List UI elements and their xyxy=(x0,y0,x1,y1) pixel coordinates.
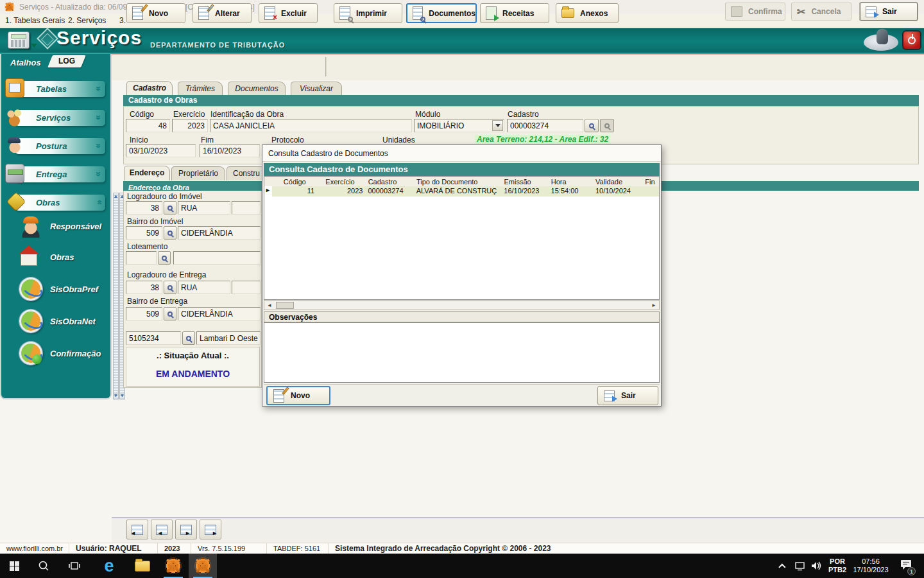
sidebar-item-sisobranet[interactable]: SisObraNet xyxy=(19,308,96,334)
cidade-field[interactable]: Lambari D Oeste xyxy=(196,331,261,345)
logradouro-imovel-field[interactable]: RUA xyxy=(178,201,230,215)
bairro-imovel-field[interactable]: CIDERLÂNDIA xyxy=(178,226,261,240)
language-indicator[interactable]: POR PTB2 xyxy=(826,557,848,574)
sidebar-item-sisobrapref[interactable]: SisObraPref xyxy=(19,276,98,302)
identificacao-field[interactable]: CASA JANICLEIA xyxy=(210,119,412,132)
cidade-num-field[interactable]: 5105234 xyxy=(126,331,181,345)
table-row[interactable]: ► 11 2023 000003274 ALVARÁ DE CONSTRUÇ 1… xyxy=(264,186,659,197)
nav-previous-button[interactable]: ◄ xyxy=(151,520,173,539)
dropdown-triangle-icon[interactable] xyxy=(31,44,37,48)
subtab-endereco[interactable]: Endereço xyxy=(124,166,170,180)
tab-documentos[interactable]: Documentos xyxy=(228,82,286,95)
sidebar-tab-atalhos[interactable]: Atalhos xyxy=(10,58,41,67)
logradouro-imovel-search-button[interactable] xyxy=(164,201,176,215)
volume-tray-icon[interactable] xyxy=(807,554,826,578)
sidebar-tab-log[interactable]: LOG xyxy=(47,55,86,67)
imprimir-button[interactable]: Imprimir xyxy=(334,3,402,23)
sidebar-item-responsavel[interactable]: Responsável xyxy=(19,213,101,239)
novo-button[interactable]: Novo xyxy=(126,3,185,23)
codigo-field[interactable]: 48 xyxy=(126,119,170,132)
tab-cadastro[interactable]: Cadastro xyxy=(126,81,173,95)
search-icon xyxy=(589,123,594,128)
internet-explorer-icon: e xyxy=(104,557,114,574)
scrollbar-thumb[interactable] xyxy=(276,302,294,309)
chevron-up-icon[interactable]: » xyxy=(96,197,101,207)
logradouro-entrega-search-button[interactable] xyxy=(164,281,176,294)
app-taskbar-button-2[interactable] xyxy=(189,554,217,578)
logradouro-entrega-num-field[interactable]: 38 xyxy=(126,281,162,294)
bairro-imovel-num-field[interactable]: 509 xyxy=(126,226,162,240)
dialog-novo-button[interactable]: Novo xyxy=(266,386,330,405)
loteamento-field[interactable] xyxy=(173,251,261,265)
sidebar-group-servicos[interactable]: Serviços » xyxy=(15,110,105,126)
alterar-button[interactable]: Alterar xyxy=(193,3,252,23)
tab-tramites[interactable]: Trâmites xyxy=(178,82,223,95)
chevron-down-icon[interactable] xyxy=(492,120,503,131)
bairro-entrega-search-button[interactable] xyxy=(164,307,176,320)
cadastro-search-button[interactable] xyxy=(585,119,599,132)
cancela-button[interactable]: ✂ Cancela xyxy=(791,3,851,21)
cidade-search-button[interactable] xyxy=(182,331,195,345)
dialog-sair-button[interactable]: Sair xyxy=(597,386,658,405)
logradouro-imovel-extra-field[interactable] xyxy=(232,201,261,215)
file-explorer-button[interactable] xyxy=(128,554,157,578)
fim-label: Fim xyxy=(201,136,214,144)
sidebar-scrollbar[interactable] xyxy=(113,193,119,399)
subtab-proprietario[interactable]: Proprietário xyxy=(171,166,225,180)
sidebar-item-confirmacao[interactable]: Confirmação xyxy=(19,340,101,366)
scroll-left-icon[interactable]: ◄ xyxy=(267,302,272,308)
sidebar-group-postura[interactable]: Postura » xyxy=(15,138,105,154)
sidebar-item-obras[interactable]: Obras xyxy=(19,244,74,270)
bairro-entrega-field[interactable]: CIDERLÂNDIA xyxy=(178,307,261,320)
cadastro-field[interactable]: 000003274 xyxy=(507,119,583,132)
chevron-down-icon[interactable]: » xyxy=(96,141,101,151)
bairro-imovel-search-button[interactable] xyxy=(164,226,176,240)
sidebar-group-obras[interactable]: Obras » xyxy=(15,195,105,211)
observacoes-textarea[interactable] xyxy=(264,322,660,383)
logradouro-entrega-extra-field[interactable] xyxy=(232,281,261,294)
confirma-button[interactable]: Confirma xyxy=(725,3,785,21)
taskbar-search-button[interactable] xyxy=(30,554,58,578)
anexos-button[interactable]: Anexos xyxy=(556,3,619,23)
excluir-button[interactable]: × Excluir xyxy=(259,3,318,23)
nav-last-button[interactable]: ► xyxy=(200,520,221,539)
loteamento-num-field[interactable] xyxy=(126,251,157,265)
horizontal-scrollbar[interactable]: ◄ ► xyxy=(264,300,660,310)
dialog-title-bar[interactable]: Consulta Cadastro de Documentos xyxy=(262,145,661,162)
task-view-button[interactable] xyxy=(60,554,89,578)
cadastro-photo-button[interactable] xyxy=(600,119,614,132)
fim-field[interactable]: 16/10/2023 xyxy=(200,144,260,157)
modulo-select[interactable]: IMOBILIÁRIO xyxy=(414,119,504,132)
inicio-field[interactable]: 03/10/2023 xyxy=(126,144,196,157)
logradouro-imovel-num-field[interactable]: 38 xyxy=(126,201,162,215)
taskbar: e POR PTB2 07:56 17/10/2023 xyxy=(0,554,924,578)
app-taskbar-button-1[interactable] xyxy=(159,554,187,578)
nav-first-button[interactable]: ◄ xyxy=(126,520,148,539)
calculator-icon[interactable] xyxy=(8,31,30,49)
chevron-down-icon[interactable]: » xyxy=(96,83,101,94)
scroll-right-icon[interactable]: ► xyxy=(651,302,656,308)
subtab-construcao[interactable]: Constru xyxy=(227,166,266,180)
grid-icon: ► xyxy=(180,525,192,535)
receitas-button[interactable]: Receitas xyxy=(480,3,549,23)
menu-servicos[interactable]: 2. Serviços xyxy=(68,16,106,25)
documentos-button[interactable]: Documentos xyxy=(406,3,477,23)
clock[interactable]: 07:56 17/10/2023 xyxy=(848,557,893,574)
chevron-down-icon[interactable]: » xyxy=(96,112,101,123)
sair-button[interactable]: Sair xyxy=(860,3,918,21)
chevron-down-icon[interactable]: » xyxy=(96,169,101,179)
notification-center-button[interactable]: 1 xyxy=(893,554,919,578)
app-logo-title: Serviços xyxy=(56,27,142,49)
logradouro-entrega-field[interactable]: RUA xyxy=(178,281,230,294)
start-button[interactable] xyxy=(0,554,28,578)
power-button[interactable] xyxy=(902,30,921,50)
sidebar-group-entrega[interactable]: Entrega » xyxy=(15,166,105,182)
sidebar-group-tabelas[interactable]: Tabelas » xyxy=(15,81,105,97)
menu-tabelas-gerais[interactable]: 1. Tabelas Gerais xyxy=(5,16,65,25)
loteamento-search-button[interactable] xyxy=(158,251,171,265)
internet-explorer-button[interactable]: e xyxy=(95,554,123,578)
tab-visualizar[interactable]: Visualizar xyxy=(291,82,342,95)
nav-next-button[interactable]: ► xyxy=(175,520,197,539)
exercicio-field[interactable]: 2023 xyxy=(172,119,208,132)
bairro-entrega-num-field[interactable]: 509 xyxy=(126,307,162,320)
